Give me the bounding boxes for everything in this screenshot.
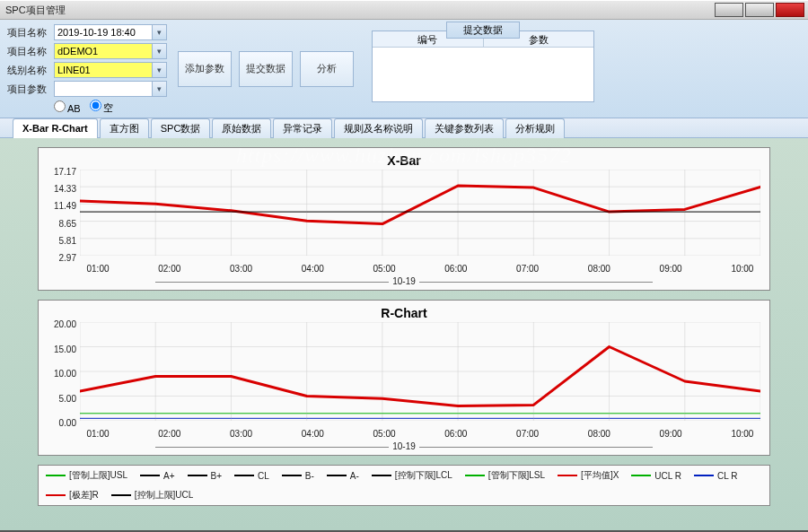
submit-table[interactable]: 编号 参数	[372, 31, 594, 102]
tab-0[interactable]: X-Bar R-Chart	[13, 118, 98, 138]
label-param: 项目参数	[7, 83, 54, 96]
tab-2[interactable]: SPC数据	[151, 118, 211, 138]
label-line: 线别名称	[7, 64, 54, 77]
analyze-button[interactable]: 分析	[300, 51, 354, 87]
submit-data-box: 提交数据 编号 参数	[372, 23, 594, 114]
tab-7[interactable]: 分析规则	[505, 118, 565, 138]
top-panel: 项目名称 2019-10-19 18:40 ▾ 项目名称 dDEMO1 ▾ 线别…	[0, 20, 808, 118]
calendar-icon[interactable]: ▾	[152, 25, 166, 39]
tab-6[interactable]: 关键参数列表	[425, 118, 504, 138]
legend-item: B+	[188, 469, 223, 482]
chevron-down-icon[interactable]: ▾	[152, 44, 166, 58]
chevron-down-icon[interactable]: ▾	[152, 82, 166, 96]
submit-data-button[interactable]: 提交数据	[239, 51, 293, 87]
legend-item: A-	[327, 469, 359, 482]
legend-item: [管制下限]LSL	[465, 469, 545, 482]
tab-1[interactable]: 直方图	[100, 118, 149, 138]
legend-item: CL	[234, 469, 269, 482]
radio-empty[interactable]: 空	[90, 100, 113, 115]
legend-item: B-	[282, 469, 314, 482]
chart-area: https://www.huzhan.com/ishop3572 X-Bar17…	[0, 138, 808, 530]
tab-4[interactable]: 异常记录	[273, 118, 332, 138]
legend-item: [极差]R	[46, 489, 99, 501]
close-button[interactable]	[776, 3, 804, 17]
project-select[interactable]: dDEMO1 ▾	[54, 43, 167, 59]
legend: [管制上限]USLA+B+CLB-A-[控制下限]LCL[管制下限]LSL[平均…	[38, 465, 770, 506]
chevron-down-icon[interactable]: ▾	[152, 63, 166, 77]
datetime-field[interactable]: 2019-10-19 18:40 ▾	[54, 24, 167, 40]
legend-item: [平均值]X	[558, 469, 619, 482]
tab-5[interactable]: 规则及名称说明	[334, 118, 423, 138]
legend-item: [控制上限]UCL	[111, 489, 194, 501]
chart-title: X-Bar	[39, 153, 769, 168]
label-project: 项目名称	[7, 45, 54, 58]
minimize-button[interactable]	[715, 3, 743, 17]
chart-title: R-Chart	[39, 306, 769, 320]
line-select[interactable]: LINE01 ▾	[54, 62, 167, 78]
submit-box-caption: 提交数据	[446, 22, 520, 39]
legend-item: CL R	[694, 469, 737, 482]
maximize-button[interactable]	[745, 3, 774, 17]
radio-ab[interactable]: AB	[54, 100, 81, 114]
legend-item: [控制下限]LCL	[372, 469, 452, 482]
r-chart: R-Chart20.0015.0010.005.000.0001:0002:00…	[38, 300, 770, 456]
legend-item: [管制上限]USL	[46, 469, 127, 482]
title-bar: SPC项目管理	[0, 0, 808, 20]
tab-3[interactable]: 原始数据	[212, 118, 271, 138]
legend-item: UCL R	[631, 469, 681, 482]
window-title: SPC项目管理	[5, 4, 66, 15]
add-param-button[interactable]: 添加参数	[178, 51, 232, 87]
label-datetime: 项目名称	[7, 26, 54, 39]
xbar-chart: X-Bar17.1714.3311.498.655.812.9701:0002:…	[38, 147, 770, 291]
form: 项目名称 2019-10-19 18:40 ▾ 项目名称 dDEMO1 ▾ 线别…	[7, 23, 167, 114]
legend-item: A+	[140, 469, 175, 482]
tab-bar: X-Bar R-Chart直方图SPC数据原始数据异常记录规则及名称说明关键参数…	[0, 118, 808, 138]
param-select[interactable]: ▾	[54, 81, 167, 97]
